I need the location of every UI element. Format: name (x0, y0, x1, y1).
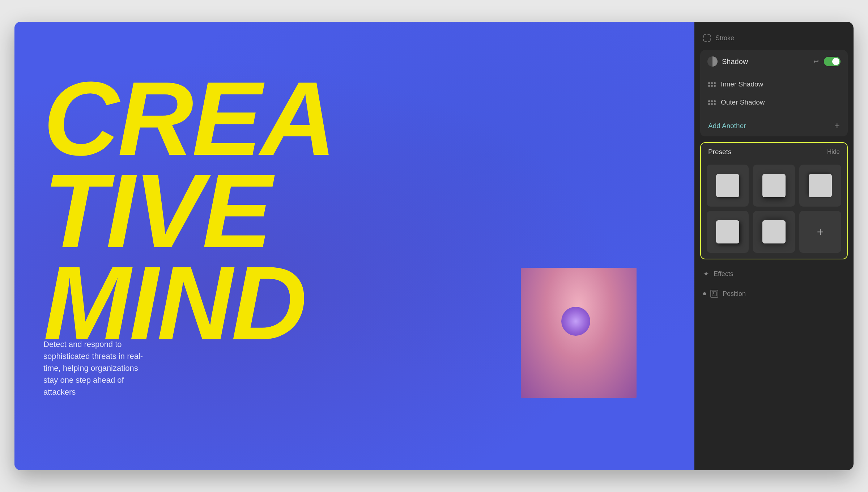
drag-handle-outer (708, 100, 716, 105)
outer-shadow-label: Outer Shadow (721, 98, 765, 106)
shadow-header-right: ↩ (813, 57, 841, 66)
position-section[interactable]: Position (694, 284, 854, 304)
stroke-label: Stroke (715, 34, 734, 42)
headline-line3: MIND (43, 257, 335, 349)
canvas-subtitle: Detect and respond to sophisticated thre… (43, 338, 145, 398)
shadow-header-left: Shadow (707, 56, 748, 67)
svg-rect-1 (713, 292, 714, 294)
presets-hide-button[interactable]: Hide (827, 148, 840, 156)
outer-shadow-option[interactable]: Outer Shadow (700, 93, 848, 111)
inner-shadow-label: Inner Shadow (721, 80, 763, 88)
preset-item-3[interactable] (799, 165, 841, 207)
headline-line1: CREA (43, 72, 335, 165)
shadow-toggle[interactable] (824, 57, 841, 66)
presets-header: Presets Hide (701, 143, 847, 161)
right-panel: Stroke Shadow ↩ (694, 22, 854, 470)
preset-thumbnail-3 (809, 174, 832, 197)
add-another-label: Add Another (708, 122, 746, 130)
effects-section[interactable]: ✦ Effects (694, 264, 854, 284)
presets-grid: + (701, 161, 847, 259)
presets-container: Presets Hide + (700, 142, 848, 259)
preset-add-icon: + (817, 225, 824, 239)
preset-thumbnail-4 (716, 220, 739, 243)
shadow-icon (707, 56, 718, 67)
headline-line2: TIVE (43, 165, 335, 257)
presets-title: Presets (708, 148, 731, 156)
shadow-card: Shadow ↩ Inner Shadow (700, 50, 848, 136)
drag-handle-inner (708, 82, 716, 87)
effects-label: Effects (714, 270, 733, 278)
add-another-icon[interactable]: + (834, 120, 840, 131)
preset-item-1[interactable] (707, 165, 749, 207)
shadow-title: Shadow (722, 58, 748, 66)
back-icon[interactable]: ↩ (813, 58, 819, 65)
add-another-row[interactable]: Add Another + (700, 115, 848, 136)
preset-item-5[interactable] (753, 211, 795, 253)
preset-item-4[interactable] (707, 211, 749, 253)
headline-text: CREA TIVE MIND (43, 72, 335, 349)
preset-item-2[interactable] (753, 165, 795, 207)
app-window: CREA TIVE MIND Detect and respond to sop… (14, 22, 854, 470)
stroke-section[interactable]: Stroke (694, 29, 854, 47)
position-label: Position (723, 290, 746, 298)
position-dot (703, 292, 706, 295)
shadow-options: Inner Shadow Outer Shadow (700, 73, 848, 115)
effects-icon: ✦ (703, 270, 709, 278)
inner-shadow-option[interactable]: Inner Shadow (700, 75, 848, 93)
position-icon (710, 290, 718, 298)
stroke-icon (703, 34, 711, 42)
shadow-header: Shadow ↩ (700, 50, 848, 73)
canvas-area: CREA TIVE MIND Detect and respond to sop… (14, 22, 694, 470)
person-photo-inner (521, 268, 637, 398)
preset-thumbnail-1 (716, 174, 739, 197)
preset-thumbnail-5 (762, 220, 786, 243)
preset-thumbnail-2 (762, 174, 786, 197)
preset-add-button[interactable]: + (799, 211, 841, 253)
photo-decoration (561, 307, 590, 336)
person-photo (521, 268, 637, 398)
